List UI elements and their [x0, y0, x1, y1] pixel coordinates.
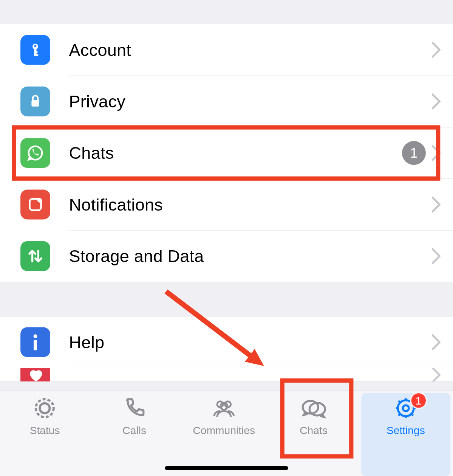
- settings-row-label: Chats: [69, 143, 402, 163]
- settings-row-account[interactable]: Account: [0, 24, 453, 75]
- tab-communities[interactable]: Communities: [179, 395, 269, 476]
- data-arrows-icon: [20, 241, 50, 271]
- svg-point-11: [40, 403, 49, 413]
- settings-row-label: Storage and Data: [69, 247, 432, 266]
- notification-badge: 1: [410, 392, 427, 409]
- lock-icon: [20, 87, 50, 116]
- key-icon: [20, 35, 50, 65]
- svg-point-4: [34, 45, 37, 47]
- chevron-right-icon: [432, 42, 441, 58]
- tab-bar: Status Calls Communities Chats 1 Setting…: [0, 391, 453, 476]
- tab-label: Calls: [122, 424, 146, 437]
- unread-badge: 1: [402, 141, 426, 165]
- info-icon: [20, 327, 50, 357]
- settings-row-chats[interactable]: Chats 1: [0, 127, 453, 178]
- whatsapp-icon: [20, 138, 50, 168]
- chats-icon: [297, 395, 331, 421]
- phone-icon: [118, 395, 152, 421]
- svg-rect-5: [31, 100, 39, 107]
- section-gap: [0, 0, 453, 24]
- svg-point-12: [36, 399, 54, 417]
- settings-row-label: Notifications: [69, 195, 432, 214]
- svg-rect-10: [34, 340, 37, 350]
- tab-label: Communities: [193, 424, 255, 437]
- settings-row-label: Help: [69, 333, 432, 352]
- svg-point-19: [403, 405, 409, 411]
- community-icon: [207, 395, 241, 421]
- svg-rect-2: [34, 54, 39, 56]
- tab-chats[interactable]: Chats: [269, 395, 358, 476]
- chevron-right-icon: [432, 93, 441, 110]
- settings-row-label: Privacy: [69, 92, 432, 111]
- settings-row-privacy[interactable]: Privacy: [0, 76, 453, 127]
- tab-calls[interactable]: Calls: [90, 395, 179, 476]
- chevron-right-icon: [432, 248, 441, 264]
- chevron-right-icon: [432, 334, 441, 350]
- gear-icon: 1: [389, 395, 423, 421]
- svg-rect-3: [34, 51, 38, 53]
- heart-icon: [20, 368, 50, 381]
- svg-point-8: [37, 198, 42, 203]
- settings-row-tell-friend[interactable]: [0, 368, 453, 381]
- tab-settings[interactable]: 1 Settings: [361, 393, 450, 476]
- settings-group-1: Account Privacy Chats 1: [0, 24, 453, 282]
- chevron-right-icon: [432, 368, 441, 381]
- svg-point-9: [34, 334, 37, 338]
- tab-label: Status: [30, 424, 60, 437]
- settings-row-label: Account: [69, 40, 432, 60]
- settings-group-2: Help: [0, 316, 453, 382]
- tab-status[interactable]: Status: [0, 395, 90, 476]
- tab-label: Settings: [387, 424, 425, 437]
- chevron-right-icon: [432, 197, 441, 213]
- settings-row-notifications[interactable]: Notifications: [0, 179, 453, 230]
- tab-label: Chats: [300, 424, 328, 437]
- notification-icon: [20, 190, 50, 220]
- settings-row-help[interactable]: Help: [0, 316, 453, 367]
- svg-point-6: [29, 146, 42, 160]
- home-indicator: [165, 466, 288, 470]
- status-icon: [28, 395, 62, 421]
- settings-row-storage[interactable]: Storage and Data: [0, 231, 453, 282]
- section-gap: [0, 282, 453, 316]
- chevron-right-icon: [432, 145, 441, 161]
